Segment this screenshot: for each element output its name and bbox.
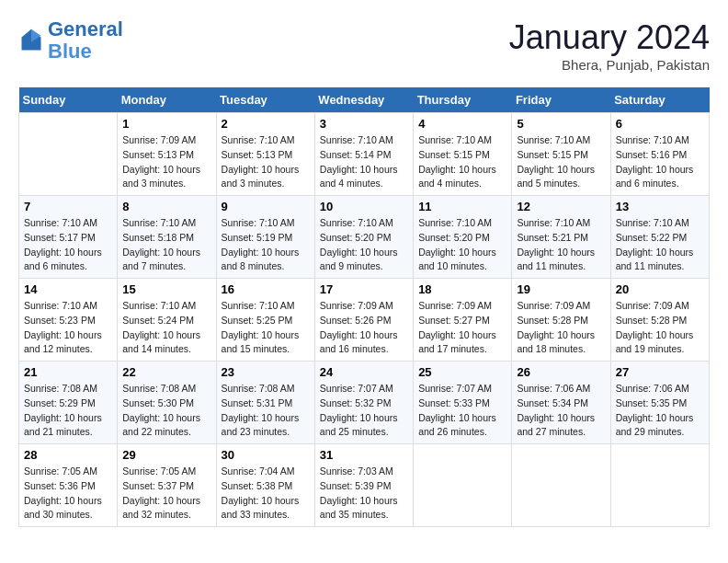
day-number: 4 xyxy=(418,117,506,131)
calendar-cell xyxy=(512,444,610,527)
calendar-cell: 8Sunrise: 7:10 AM Sunset: 5:18 PM Daylig… xyxy=(118,196,216,279)
page-header: General Blue January 2024 Bhera, Punjab,… xyxy=(18,18,710,73)
day-number: 19 xyxy=(517,282,605,296)
day-number: 28 xyxy=(24,448,112,462)
day-header-saturday: Saturday xyxy=(610,87,709,113)
calendar-cell: 27Sunrise: 7:06 AM Sunset: 5:35 PM Dayli… xyxy=(610,362,709,444)
calendar-cell: 19Sunrise: 7:09 AM Sunset: 5:28 PM Dayli… xyxy=(512,279,610,362)
day-info: Sunrise: 7:10 AM Sunset: 5:19 PM Dayligh… xyxy=(222,216,310,274)
day-info: Sunrise: 7:10 AM Sunset: 5:16 PM Dayligh… xyxy=(616,133,704,191)
day-info: Sunrise: 7:10 AM Sunset: 5:18 PM Dayligh… xyxy=(122,216,210,274)
calendar-cell: 24Sunrise: 7:07 AM Sunset: 5:32 PM Dayli… xyxy=(314,362,413,444)
day-info: Sunrise: 7:08 AM Sunset: 5:30 PM Dayligh… xyxy=(122,382,210,440)
calendar-cell: 26Sunrise: 7:06 AM Sunset: 5:34 PM Dayli… xyxy=(512,362,610,444)
day-number: 17 xyxy=(320,282,408,296)
day-header-tuesday: Tuesday xyxy=(216,87,314,113)
day-number: 15 xyxy=(122,282,210,296)
day-number: 12 xyxy=(517,200,605,213)
day-info: Sunrise: 7:10 AM Sunset: 5:25 PM Dayligh… xyxy=(222,299,310,357)
calendar-cell: 21Sunrise: 7:08 AM Sunset: 5:29 PM Dayli… xyxy=(19,362,118,444)
calendar-cell: 15Sunrise: 7:10 AM Sunset: 5:24 PM Dayli… xyxy=(118,279,216,362)
day-info: Sunrise: 7:09 AM Sunset: 5:13 PM Dayligh… xyxy=(122,133,210,191)
day-info: Sunrise: 7:10 AM Sunset: 5:24 PM Dayligh… xyxy=(122,299,210,357)
day-number: 2 xyxy=(222,117,310,131)
calendar-week-5: 28Sunrise: 7:05 AM Sunset: 5:36 PM Dayli… xyxy=(19,444,710,527)
day-info: Sunrise: 7:10 AM Sunset: 5:15 PM Dayligh… xyxy=(517,133,605,191)
day-number: 6 xyxy=(616,117,704,131)
calendar-week-4: 21Sunrise: 7:08 AM Sunset: 5:29 PM Dayli… xyxy=(19,362,710,444)
day-info: Sunrise: 7:08 AM Sunset: 5:31 PM Dayligh… xyxy=(222,382,310,440)
calendar-cell: 22Sunrise: 7:08 AM Sunset: 5:30 PM Dayli… xyxy=(118,362,216,444)
day-number: 11 xyxy=(418,200,506,213)
day-info: Sunrise: 7:03 AM Sunset: 5:39 PM Dayligh… xyxy=(320,465,408,523)
calendar-cell xyxy=(414,444,512,527)
calendar-cell: 9Sunrise: 7:10 AM Sunset: 5:19 PM Daylig… xyxy=(216,196,314,279)
day-number: 31 xyxy=(320,448,408,462)
day-info: Sunrise: 7:09 AM Sunset: 5:26 PM Dayligh… xyxy=(320,299,408,357)
calendar-cell xyxy=(610,444,709,527)
calendar-cell: 31Sunrise: 7:03 AM Sunset: 5:39 PM Dayli… xyxy=(314,444,413,527)
day-info: Sunrise: 7:07 AM Sunset: 5:32 PM Dayligh… xyxy=(320,382,408,440)
logo: General Blue xyxy=(18,18,123,63)
calendar-cell: 10Sunrise: 7:10 AM Sunset: 5:20 PM Dayli… xyxy=(314,196,413,279)
day-info: Sunrise: 7:04 AM Sunset: 5:38 PM Dayligh… xyxy=(222,465,310,523)
day-number: 8 xyxy=(122,200,210,213)
day-info: Sunrise: 7:08 AM Sunset: 5:29 PM Dayligh… xyxy=(24,382,112,440)
day-number: 16 xyxy=(222,282,310,296)
day-header-thursday: Thursday xyxy=(414,87,512,113)
day-number: 24 xyxy=(320,365,408,379)
day-number: 29 xyxy=(122,448,210,462)
day-header-wednesday: Wednesday xyxy=(314,87,413,113)
day-info: Sunrise: 7:09 AM Sunset: 5:28 PM Dayligh… xyxy=(616,299,704,357)
calendar-cell: 14Sunrise: 7:10 AM Sunset: 5:23 PM Dayli… xyxy=(19,279,118,362)
day-number: 20 xyxy=(616,282,704,296)
day-info: Sunrise: 7:10 AM Sunset: 5:13 PM Dayligh… xyxy=(222,133,310,191)
day-number: 10 xyxy=(320,200,408,213)
calendar-cell: 20Sunrise: 7:09 AM Sunset: 5:28 PM Dayli… xyxy=(610,279,709,362)
day-info: Sunrise: 7:05 AM Sunset: 5:37 PM Dayligh… xyxy=(122,465,210,523)
calendar-cell: 5Sunrise: 7:10 AM Sunset: 5:15 PM Daylig… xyxy=(512,113,610,196)
day-number: 27 xyxy=(616,365,704,379)
day-info: Sunrise: 7:05 AM Sunset: 5:36 PM Dayligh… xyxy=(24,465,112,523)
calendar-week-2: 7Sunrise: 7:10 AM Sunset: 5:17 PM Daylig… xyxy=(19,196,710,279)
day-number: 22 xyxy=(122,365,210,379)
calendar-cell: 2Sunrise: 7:10 AM Sunset: 5:13 PM Daylig… xyxy=(216,113,314,196)
subtitle: Bhera, Punjab, Pakistan xyxy=(509,57,710,73)
day-info: Sunrise: 7:10 AM Sunset: 5:15 PM Dayligh… xyxy=(418,133,506,191)
day-number: 25 xyxy=(418,365,506,379)
day-number: 7 xyxy=(24,200,112,213)
calendar-cell: 6Sunrise: 7:10 AM Sunset: 5:16 PM Daylig… xyxy=(610,113,709,196)
calendar-cell: 7Sunrise: 7:10 AM Sunset: 5:17 PM Daylig… xyxy=(19,196,118,279)
day-info: Sunrise: 7:06 AM Sunset: 5:35 PM Dayligh… xyxy=(616,382,704,440)
day-info: Sunrise: 7:10 AM Sunset: 5:23 PM Dayligh… xyxy=(24,299,112,357)
day-header-friday: Friday xyxy=(512,87,610,113)
day-info: Sunrise: 7:10 AM Sunset: 5:21 PM Dayligh… xyxy=(517,216,605,274)
day-number: 30 xyxy=(222,448,310,462)
calendar-cell: 30Sunrise: 7:04 AM Sunset: 5:38 PM Dayli… xyxy=(216,444,314,527)
logo-icon xyxy=(18,28,44,53)
main-title: January 2024 xyxy=(509,18,710,57)
calendar-cell: 11Sunrise: 7:10 AM Sunset: 5:20 PM Dayli… xyxy=(414,196,512,279)
calendar-cell: 12Sunrise: 7:10 AM Sunset: 5:21 PM Dayli… xyxy=(512,196,610,279)
day-number: 21 xyxy=(24,365,112,379)
calendar-cell: 29Sunrise: 7:05 AM Sunset: 5:37 PM Dayli… xyxy=(118,444,216,527)
calendar-cell: 3Sunrise: 7:10 AM Sunset: 5:14 PM Daylig… xyxy=(314,113,413,196)
day-header-monday: Monday xyxy=(118,87,216,113)
calendar-cell: 18Sunrise: 7:09 AM Sunset: 5:27 PM Dayli… xyxy=(414,279,512,362)
calendar-cell: 16Sunrise: 7:10 AM Sunset: 5:25 PM Dayli… xyxy=(216,279,314,362)
day-info: Sunrise: 7:10 AM Sunset: 5:14 PM Dayligh… xyxy=(320,133,408,191)
day-info: Sunrise: 7:06 AM Sunset: 5:34 PM Dayligh… xyxy=(517,382,605,440)
calendar-cell: 25Sunrise: 7:07 AM Sunset: 5:33 PM Dayli… xyxy=(414,362,512,444)
calendar-cell: 1Sunrise: 7:09 AM Sunset: 5:13 PM Daylig… xyxy=(118,113,216,196)
calendar-cell: 28Sunrise: 7:05 AM Sunset: 5:36 PM Dayli… xyxy=(19,444,118,527)
calendar-cell: 13Sunrise: 7:10 AM Sunset: 5:22 PM Dayli… xyxy=(610,196,709,279)
day-number: 3 xyxy=(320,117,408,131)
day-info: Sunrise: 7:10 AM Sunset: 5:20 PM Dayligh… xyxy=(418,216,506,274)
day-header-sunday: Sunday xyxy=(19,87,118,113)
day-info: Sunrise: 7:10 AM Sunset: 5:22 PM Dayligh… xyxy=(616,216,704,274)
calendar-cell: 17Sunrise: 7:09 AM Sunset: 5:26 PM Dayli… xyxy=(314,279,413,362)
day-info: Sunrise: 7:10 AM Sunset: 5:20 PM Dayligh… xyxy=(320,216,408,274)
day-info: Sunrise: 7:10 AM Sunset: 5:17 PM Dayligh… xyxy=(24,216,112,274)
day-number: 18 xyxy=(418,282,506,296)
calendar-cell xyxy=(19,113,118,196)
